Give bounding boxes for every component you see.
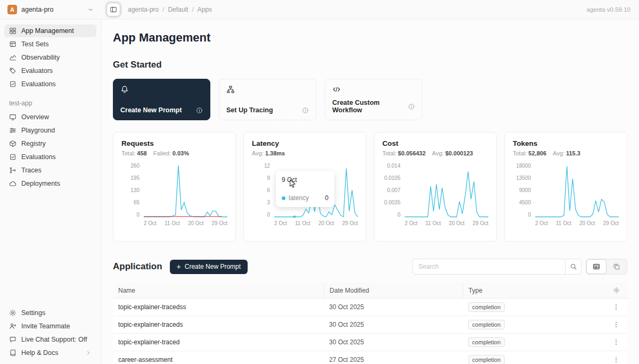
sidebar-item-app-management[interactable]: App Management: [4, 24, 96, 37]
view-toggle: [586, 259, 627, 275]
info-icon: [408, 103, 415, 110]
table-body: topic-explainer-tracedss30 Oct 2025compl…: [113, 299, 627, 364]
column-header-type[interactable]: Type: [463, 283, 602, 298]
breadcrumb: agenta-pro/Default/Apps: [128, 6, 212, 13]
get-started-card-create-custom-workflow[interactable]: Create Custom Workflow: [325, 79, 422, 120]
get-started-card-create-new-prompt[interactable]: Create New Prompt: [113, 79, 210, 120]
sidebar-item-label: Live Chat Support: Off: [21, 336, 87, 343]
breadcrumb-item[interactable]: Default: [168, 6, 188, 13]
sidebar-item-evaluators[interactable]: Evaluators: [4, 64, 96, 77]
stat-card-title: Cost: [382, 139, 488, 147]
app-name: topic-explainer-traceds: [113, 321, 324, 328]
chevron-right-icon: [85, 350, 92, 356]
column-header-date-modified[interactable]: Date Modified: [324, 283, 463, 298]
table-settings-button[interactable]: [610, 285, 622, 296]
sidebar-item-invite-teammate[interactable]: Invite Teammate: [4, 320, 96, 333]
chart-requests[interactable]: [144, 163, 227, 218]
sidebar-item-registry[interactable]: Registry: [4, 137, 96, 150]
search-button[interactable]: [565, 259, 581, 274]
search-input[interactable]: [413, 259, 565, 274]
breadcrumb-item[interactable]: Apps: [198, 6, 212, 13]
sidebar-section-label: test-app: [4, 91, 96, 111]
app-date-modified: 30 Oct 2025: [324, 303, 463, 311]
y-axis-ticks: 0.0140.01050.0070.00350: [382, 163, 405, 218]
chart-cost[interactable]: [405, 163, 488, 218]
sidebar-item-label: Registry: [21, 140, 46, 147]
table-row[interactable]: topic-explainer-tracedss30 Oct 2025compl…: [113, 299, 627, 316]
testsets-icon: [9, 40, 17, 48]
sidebar-nav: App ManagementTest SetsObservabilityEval…: [4, 24, 96, 191]
sidebar-item-live-chat-support-off[interactable]: Live Chat Support: Off: [4, 333, 96, 346]
tooltip-value: 0: [325, 194, 329, 202]
sidebar-item-settings[interactable]: Settings: [4, 307, 96, 319]
sidebar-item-label: Evaluators: [21, 67, 53, 75]
app-date-modified: 30 Oct 2025: [324, 338, 463, 346]
chart-tokens[interactable]: [535, 163, 619, 218]
y-axis-ticks: 260195130650: [121, 163, 144, 218]
apps-table: NameDate ModifiedType topic-explainer-tr…: [113, 283, 627, 364]
evaluations-icon: [9, 153, 17, 161]
table-header: NameDate ModifiedType: [113, 283, 627, 299]
chart-tooltip: 9 Octlatency0: [276, 171, 334, 207]
dots-vertical-icon: [612, 356, 620, 363]
x-axis-ticks: 2 Oct11 Oct20 Oct29 Oct: [274, 220, 358, 226]
tracing-icon: [226, 85, 235, 94]
get-started-card-label: Create New Prompt: [120, 106, 182, 114]
column-header-name[interactable]: Name: [113, 283, 324, 298]
create-new-prompt-label: Create New Prompt: [185, 263, 241, 270]
create-new-prompt-button[interactable]: + Create New Prompt: [170, 260, 248, 274]
sidebar-item-evaluations[interactable]: Evaluations: [4, 151, 96, 163]
sidebar-item-label: Deployments: [21, 180, 60, 187]
evaluations-icon: [9, 80, 17, 88]
stat-card-title: Tokens: [513, 139, 619, 147]
app-name: topic-explainer-traced: [113, 338, 324, 346]
sidebar-item-deployments[interactable]: Deployments: [4, 177, 96, 190]
sidebar-item-observability[interactable]: Observability: [4, 51, 96, 64]
x-axis-ticks: 2 Oct11 Oct20 Oct29 Oct: [405, 220, 488, 226]
sidebar-item-label: Overview: [21, 113, 49, 121]
stat-card-title: Latency: [252, 139, 358, 147]
table-row[interactable]: topic-explainer-traced30 Oct 2025complet…: [113, 334, 627, 351]
sidebar-item-label: Evaluations: [21, 153, 56, 161]
get-started-card-label: Set Up Tracing: [226, 106, 273, 114]
sidebar-item-label: Traces: [21, 167, 42, 174]
table-view-button[interactable]: [586, 259, 607, 274]
y-axis-ticks: 129630: [252, 163, 274, 218]
table-row[interactable]: topic-explainer-traceds30 Oct 2025comple…: [113, 316, 627, 334]
stat-pair: Avg: $0.000123: [432, 150, 473, 156]
row-menu-button[interactable]: [610, 354, 622, 364]
sidebar-item-overview[interactable]: Overview: [4, 111, 96, 123]
row-menu-button[interactable]: [610, 301, 622, 313]
stat-card-stats: Total: 458Failed: 0.03%: [121, 150, 227, 156]
code-icon: [332, 85, 341, 94]
table-view-icon: [593, 263, 600, 270]
application-header: Application + Create New Prompt: [113, 259, 627, 275]
sidebar-toggle-button[interactable]: [106, 3, 120, 16]
sidebar-item-label: Observability: [21, 54, 60, 61]
breadcrumb-separator: /: [192, 6, 193, 13]
sidebar-item-test-sets[interactable]: Test Sets: [4, 38, 96, 51]
sidebar-item-evaluations[interactable]: Evaluations: [4, 78, 96, 90]
sidebar-item-help-docs[interactable]: Help & Docs: [4, 346, 96, 359]
app-type-badge: completion: [468, 355, 505, 364]
sidebar-item-playground[interactable]: Playground: [4, 124, 96, 137]
breadcrumb-item[interactable]: agenta-pro: [128, 6, 159, 13]
help-icon: [9, 349, 17, 357]
workspace-switcher[interactable]: A agenta-pro: [0, 5, 101, 14]
stat-card-requests: RequestsTotal: 458Failed: 0.03%260195130…: [113, 132, 236, 242]
get-started-cards: Create New PromptSet Up TracingCreate Cu…: [113, 79, 627, 120]
get-started-card-set-up-tracing[interactable]: Set Up Tracing: [219, 79, 316, 120]
card-view-button[interactable]: [607, 259, 627, 274]
card-view-icon: [613, 263, 620, 270]
row-menu-button[interactable]: [610, 319, 622, 330]
stat-card-stats: Total: 52,806Avg: 115.3: [513, 150, 619, 156]
row-menu-button[interactable]: [610, 336, 622, 348]
evaluators-icon: [9, 67, 17, 75]
sidebar-item-label: Settings: [21, 309, 45, 317]
sidebar-item-traces[interactable]: Traces: [4, 164, 96, 177]
app-name: topic-explainer-tracedss: [113, 303, 324, 311]
table-row[interactable]: career-assessment27 Oct 2025completion: [113, 351, 627, 364]
stat-card-stats: Avg: 1.38ms: [252, 150, 358, 156]
registry-icon: [9, 140, 17, 147]
x-axis-ticks: 2 Oct11 Oct20 Oct29 Oct: [144, 220, 227, 226]
